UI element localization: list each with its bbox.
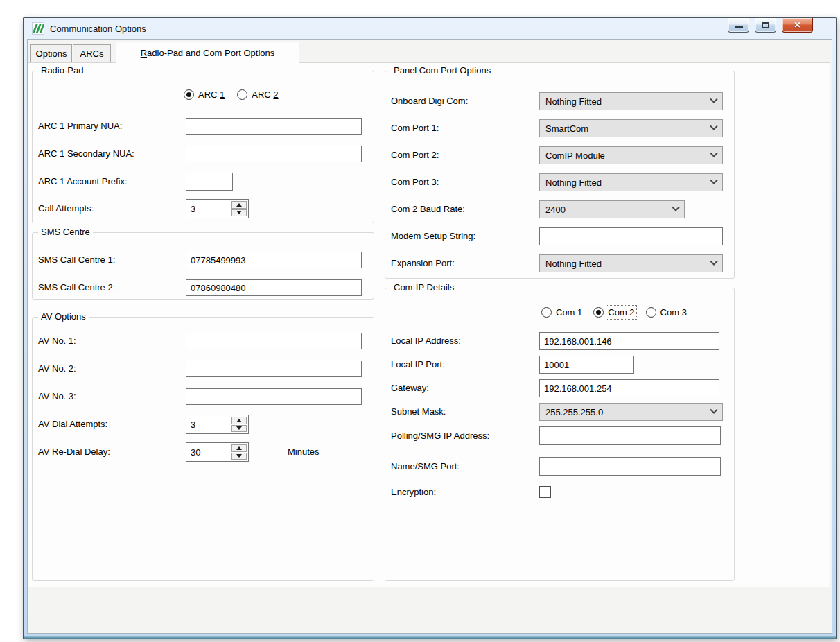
sms-centre-group: SMS Centre SMS Call Centre 1: SMS Call C… [32,232,374,300]
call-attempts-label: Call Attempts: [38,199,94,218]
av-no-1-label: AV No. 1: [38,333,76,349]
sms-call-centre-2-label: SMS Call Centre 2: [38,279,115,296]
arc1-radio[interactable]: ARC 1 [184,89,225,100]
chevron-down-icon [710,150,717,157]
dialog-window: Communication Options ✕ Options ARCs Rad… [23,17,837,639]
spin-down-button[interactable] [231,209,247,217]
chevron-down-icon [710,123,717,130]
spin-up-icon [236,419,242,422]
onboard-digi-com-label: Onboard Digi Com: [391,92,468,110]
call-attempts-input[interactable] [186,200,229,218]
local-ip-port-input[interactable] [539,356,634,374]
arc1-account-prefix-input[interactable] [186,173,233,191]
minutes-suffix-label: Minutes [288,442,320,462]
arc2-radio[interactable]: ARC 2 [237,89,278,100]
tab-arcs[interactable]: ARCs [73,44,111,62]
com-port-1-label: Com Port 1: [391,119,439,137]
radio-circle-icon [237,89,247,100]
com-3-radio[interactable]: Com 3 [646,307,687,318]
minimize-button[interactable] [728,18,749,33]
chevron-down-icon [672,204,679,211]
com-2-radio[interactable]: Com 2 [593,307,634,318]
dialog-client-area: Options ARCs Radio-Pad and Com Port Opti… [27,39,832,634]
spin-up-button[interactable] [231,444,247,452]
radio-circle-icon [646,307,656,318]
av-no-3-label: AV No. 3: [38,388,76,405]
title-bar[interactable]: Communication Options [24,18,836,39]
radio-pad-group: Radio-Pad ARC 1 ARC 2 ARC 1 Primary NUA:… [32,71,374,223]
tab-page: Radio-Pad ARC 1 ARC 2 ARC 1 Primary NUA:… [28,62,830,587]
av-no-3-input[interactable] [186,388,362,405]
av-dial-attempts-input[interactable] [186,415,229,433]
av-options-group: AV Options AV No. 1: AV No. 2: AV No. 3:… [32,317,374,581]
av-no-1-input[interactable] [186,333,362,349]
maximize-button[interactable] [755,18,776,33]
window-title: Communication Options [50,24,146,34]
onboard-digi-com-select[interactable]: Nothing Fitted [539,92,723,110]
chevron-down-icon [710,96,717,103]
call-attempts-spinner [186,199,249,218]
com-port-1-select[interactable]: SmartCom [539,119,723,137]
com-ip-details-group: Com-IP Details Com 1 Com 2 Com 3 [385,288,735,581]
expansion-port-select[interactable]: Nothing Fitted [539,254,723,272]
spin-down-button[interactable] [231,453,247,460]
sms-call-centre-2-input[interactable] [186,279,362,296]
com-port-1-value: SmartCom [545,123,588,134]
expansion-port-label: Expansion Port: [391,254,455,272]
chevron-down-icon [710,406,717,414]
com-1-radio[interactable]: Com 1 [541,307,582,318]
sms-call-centre-1-input[interactable] [186,252,362,268]
name-smg-port-input[interactable] [539,457,721,476]
radio-pad-group-title: Radio-Pad [38,65,86,76]
com-2-baud-rate-label: Com 2 Baud Rate: [391,200,465,218]
subnet-mask-select[interactable]: 255.255.255.0 [539,403,723,421]
app-logo-icon [32,22,44,35]
av-no-2-label: AV No. 2: [38,361,76,377]
com-port-3-value: Nothing Fitted [545,177,602,188]
arc1-primary-nua-label: ARC 1 Primary NUA: [38,118,122,135]
subnet-mask-value: 255.255.255.0 [545,407,603,417]
arc-radio-group: ARC 1 ARC 2 [184,89,279,100]
polling-smg-ip-address-input[interactable] [539,426,721,445]
name-smg-port-label: Name/SMG Port: [391,457,460,476]
encryption-label: Encryption: [391,486,436,498]
sms-centre-group-title: SMS Centre [38,227,93,237]
arc1-primary-nua-input[interactable] [186,118,362,135]
tab-radio-pad-and-com-port-options[interactable]: Radio-Pad and Com Port Options [116,42,299,64]
com-port-2-select[interactable]: ComIP Module [539,146,723,164]
radio-circle-icon [541,307,552,318]
av-no-2-input[interactable] [186,361,362,377]
polling-smg-ip-address-label: Polling/SMG IP Address: [391,426,489,445]
av-dial-attempts-spinner [186,415,249,434]
spin-up-button[interactable] [231,417,247,424]
com-2-baud-rate-value: 2400 [545,205,566,215]
arc1-account-prefix-label: ARC 1 Account Prefix: [38,173,128,191]
gateway-input[interactable] [539,379,719,397]
panel-com-port-options-group: Panel Com Port Options Onboard Digi Com:… [385,71,735,279]
modem-setup-string-input[interactable] [539,227,723,245]
av-dial-attempts-label: AV Dial Attempts: [38,415,107,434]
close-button[interactable]: ✕ [782,18,813,33]
local-ip-port-label: Local IP Port: [391,356,445,374]
arc1-secondary-nua-input[interactable] [186,146,362,162]
spin-down-icon [236,426,242,430]
minimize-icon [735,26,743,28]
expansion-port-value: Nothing Fitted [545,259,602,269]
modem-setup-string-label: Modem Setup String: [391,227,475,245]
tab-options[interactable]: Options [30,44,72,62]
encryption-checkbox[interactable] [539,486,551,498]
local-ip-address-label: Local IP Address: [391,332,461,350]
av-redial-delay-label: AV Re-Dial Delay: [38,442,110,462]
av-redial-delay-input[interactable] [186,443,229,461]
gateway-label: Gateway: [391,379,429,397]
local-ip-address-input[interactable] [539,332,719,350]
com-radio-group: Com 1 Com 2 Com 3 [541,307,687,318]
sms-call-centre-1-label: SMS Call Centre 1: [38,252,115,268]
spin-up-icon [236,446,242,450]
com-port-3-label: Com Port 3: [391,173,439,191]
com-port-3-select[interactable]: Nothing Fitted [539,173,723,191]
com-2-baud-rate-select[interactable]: 2400 [539,200,685,218]
maximize-icon [762,22,769,28]
spin-down-button[interactable] [231,425,247,433]
spin-up-button[interactable] [231,201,247,209]
